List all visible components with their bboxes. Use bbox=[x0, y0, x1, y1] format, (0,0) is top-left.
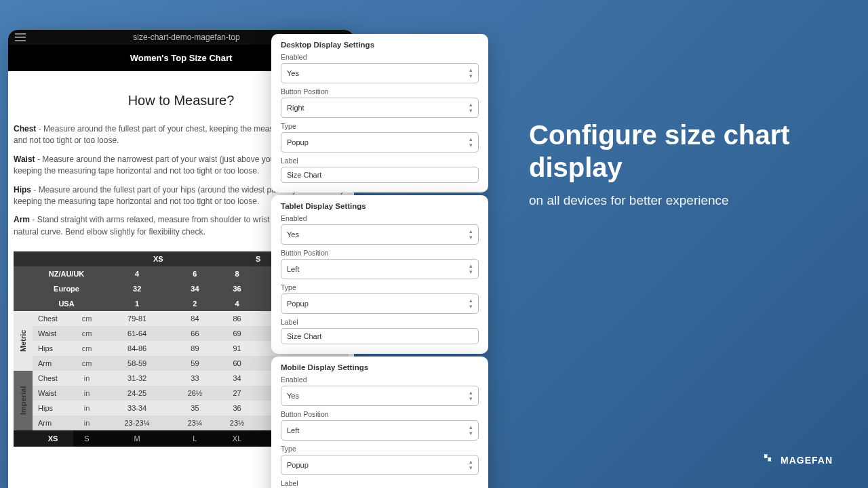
marketing-copy: Configure size chart display on all devi… bbox=[529, 119, 821, 208]
chevron-updown-icon: ▴▾ bbox=[469, 263, 473, 275]
brand-logo: MAGEFAN bbox=[760, 453, 833, 468]
type-select[interactable]: Popup▴▾ bbox=[281, 293, 479, 314]
marketing-subtitle: on all devices for better experience bbox=[529, 193, 821, 208]
type-select[interactable]: Popup▴▾ bbox=[281, 132, 479, 152]
chevron-updown-icon: ▴▾ bbox=[469, 228, 473, 241]
enabled-select[interactable]: Yes▴▾ bbox=[281, 386, 479, 406]
chevron-updown-icon: ▴▾ bbox=[469, 67, 473, 79]
bottom-size[interactable]: S bbox=[73, 430, 100, 447]
panel-title: Mobile Display Settings bbox=[281, 363, 479, 371]
panel-title: Tablet Display Settings bbox=[281, 202, 479, 210]
label-label: Label bbox=[281, 318, 479, 326]
label-input[interactable]: Size Chart bbox=[281, 167, 479, 183]
chevron-updown-icon: ▴▾ bbox=[469, 459, 473, 471]
button-position-select[interactable]: Left▴▾ bbox=[281, 420, 479, 441]
brand-text: MAGEFAN bbox=[781, 455, 833, 466]
button-position-select[interactable]: Left▴▾ bbox=[281, 259, 479, 279]
bottom-size[interactable]: XS bbox=[33, 430, 73, 447]
chevron-updown-icon: ▴▾ bbox=[469, 390, 473, 402]
fan-icon bbox=[760, 453, 775, 468]
enabled-label: Enabled bbox=[281, 214, 479, 222]
label-label: Label bbox=[281, 479, 479, 487]
size-letter: XS bbox=[100, 251, 216, 266]
type-select[interactable]: Popup▴▾ bbox=[281, 455, 479, 475]
label-label: Label bbox=[281, 157, 479, 165]
mobile-display-settings: Mobile Display SettingsEnabledYes▴▾Butto… bbox=[271, 357, 488, 488]
label-input[interactable]: Size Chart bbox=[281, 328, 479, 344]
button-position-label: Button Position bbox=[281, 87, 479, 96]
marketing-title: Configure size chart display bbox=[529, 119, 821, 184]
enabled-select[interactable]: Yes▴▾ bbox=[281, 224, 479, 245]
button-position-label: Button Position bbox=[281, 249, 479, 257]
desktop-display-settings: Desktop Display SettingsEnabledYes▴▾Butt… bbox=[271, 34, 488, 192]
panel-title: Desktop Display Settings bbox=[281, 41, 479, 49]
unit-tab[interactable]: Imperial bbox=[14, 371, 33, 430]
enabled-label: Enabled bbox=[281, 53, 479, 61]
bottom-size[interactable]: XL bbox=[216, 430, 258, 447]
tablet-display-settings: Tablet Display SettingsEnabledYes▴▾Butto… bbox=[271, 195, 488, 354]
enabled-select[interactable]: Yes▴▾ bbox=[281, 63, 479, 83]
enabled-label: Enabled bbox=[281, 375, 479, 384]
type-label: Type bbox=[281, 122, 479, 130]
type-label: Type bbox=[281, 445, 479, 453]
type-label: Type bbox=[281, 283, 479, 291]
chevron-updown-icon: ▴▾ bbox=[469, 298, 473, 310]
chevron-updown-icon: ▴▾ bbox=[469, 424, 473, 436]
button-position-label: Button Position bbox=[281, 410, 479, 418]
hamburger-icon[interactable] bbox=[15, 33, 26, 41]
bottom-size[interactable]: L bbox=[174, 430, 216, 447]
button-position-select[interactable]: Right▴▾ bbox=[281, 98, 479, 118]
chevron-updown-icon: ▴▾ bbox=[469, 136, 473, 148]
chevron-updown-icon: ▴▾ bbox=[469, 102, 473, 114]
bottom-size[interactable]: M bbox=[100, 430, 174, 447]
unit-tab[interactable]: Metric bbox=[14, 311, 33, 371]
